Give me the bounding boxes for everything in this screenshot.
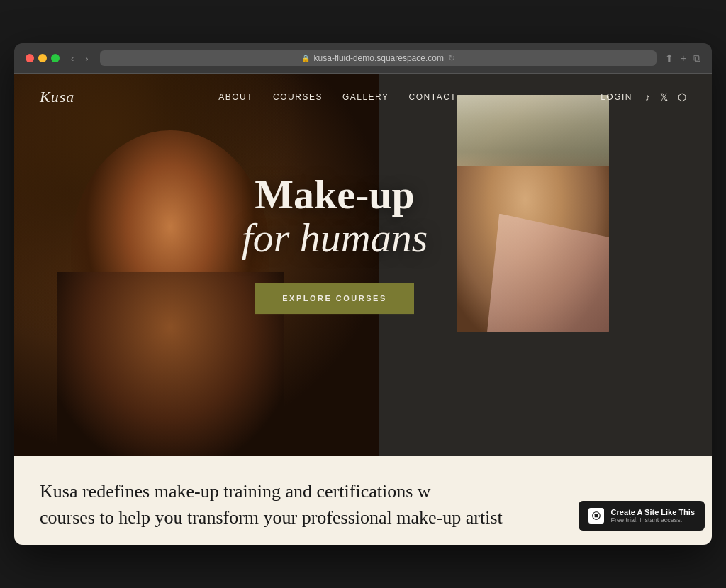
- nav-gallery[interactable]: GALLERY: [342, 92, 389, 102]
- twitter-icon[interactable]: 𝕏: [660, 91, 668, 103]
- login-link[interactable]: LOGIN: [601, 92, 632, 102]
- lock-icon: 🔒: [301, 55, 310, 62]
- back-button[interactable]: ‹: [68, 52, 77, 65]
- refresh-icon[interactable]: ↻: [448, 53, 455, 63]
- url-text: kusa-fluid-demo.squarespace.com: [314, 53, 444, 63]
- nav-courses[interactable]: COURSES: [273, 92, 323, 102]
- hero-text: Make-up for humans EXPLORE COURSES: [214, 174, 455, 314]
- squarespace-logo: [591, 511, 601, 521]
- hero-section: Make-up for humans EXPLORE COURSES: [14, 74, 712, 456]
- bottom-section: Kusa redefines make-up training and cert…: [14, 456, 712, 545]
- badge-text: Create A Site Like This Free trial. Inst…: [611, 508, 695, 524]
- browser-nav-controls: ‹ ›: [68, 52, 91, 65]
- tiktok-icon[interactable]: ♪: [645, 91, 650, 103]
- nav-links: ABOUT COURSES GALLERY CONTACT: [218, 92, 457, 102]
- small-portrait-scene: [457, 95, 609, 332]
- nav-right: LOGIN ♪ 𝕏 ⬡: [601, 91, 686, 103]
- squarespace-icon: [588, 508, 604, 524]
- nav-about[interactable]: ABOUT: [218, 92, 253, 102]
- instagram-icon[interactable]: ⬡: [678, 91, 686, 103]
- close-button[interactable]: [26, 54, 34, 62]
- navigation: Kusa ABOUT COURSES GALLERY CONTACT LOGIN…: [14, 74, 712, 120]
- svg-rect-0: [594, 514, 598, 518]
- address-bar[interactable]: 🔒 kusa-fluid-demo.squarespace.com ↻: [100, 50, 657, 66]
- share-icon[interactable]: ⬆: [665, 52, 674, 64]
- hero-headline-line2: for humans: [214, 217, 455, 260]
- minimize-button[interactable]: [38, 54, 47, 62]
- nav-contact[interactable]: CONTACT: [409, 92, 457, 102]
- squarespace-badge[interactable]: Create A Site Like This Free trial. Inst…: [579, 501, 705, 531]
- site-logo[interactable]: Kusa: [40, 88, 74, 106]
- explore-courses-button[interactable]: EXPLORE COURSES: [255, 283, 414, 314]
- tabs-icon[interactable]: ⧉: [693, 52, 700, 64]
- traffic-lights: [26, 54, 60, 62]
- maximize-button[interactable]: [51, 54, 60, 62]
- browser-chrome: ‹ › 🔒 kusa-fluid-demo.squarespace.com ↻ …: [14, 43, 712, 74]
- forward-button[interactable]: ›: [82, 52, 91, 65]
- website-content: Kusa ABOUT COURSES GALLERY CONTACT LOGIN…: [14, 74, 712, 545]
- hero-headline-line1: Make-up: [214, 174, 455, 217]
- badge-main-text: Create A Site Like This: [611, 508, 695, 516]
- bottom-description: Kusa redefines make-up training and cert…: [40, 479, 593, 531]
- badge-sub-text: Free trial. Instant access.: [611, 516, 695, 524]
- browser-window: ‹ › 🔒 kusa-fluid-demo.squarespace.com ↻ …: [14, 43, 712, 545]
- new-tab-icon[interactable]: +: [681, 52, 686, 64]
- social-links: ♪ 𝕏 ⬡: [645, 91, 686, 103]
- browser-actions: ⬆ + ⧉: [665, 52, 700, 64]
- hero-small-portrait: [457, 95, 609, 332]
